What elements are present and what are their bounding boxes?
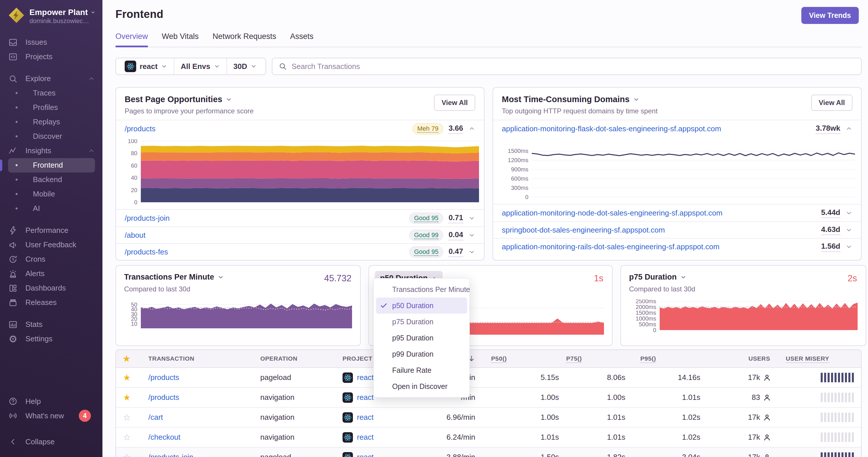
sidebar-item-help[interactable]: Help xyxy=(8,394,95,409)
search-input[interactable] xyxy=(291,62,855,71)
tab-overview[interactable]: Overview xyxy=(116,32,148,47)
sidebar-item-performance[interactable]: Performance xyxy=(8,223,95,238)
col-user-misery[interactable]: USER MISERY xyxy=(775,355,861,362)
dropdown-item-open-in-discover[interactable]: Open in Discover xyxy=(376,378,467,394)
sidebar-item-stats[interactable]: Stats xyxy=(8,317,95,332)
col-operation[interactable]: OPERATION xyxy=(260,355,335,362)
table-row[interactable]: ☆ /cart navigation react 6.96/min 1.00s … xyxy=(116,408,861,428)
favorite-star-outline-icon[interactable]: ☆ xyxy=(116,413,137,422)
sidebar-item-traces[interactable]: Traces xyxy=(8,86,95,100)
sidebar-item-ai[interactable]: AI xyxy=(8,201,95,216)
react-project-icon xyxy=(125,61,136,72)
sidebar-item-crons[interactable]: Crons xyxy=(8,252,95,267)
sidebar-item-frontend[interactable]: Frontend xyxy=(8,158,95,172)
favorite-star-filled-icon[interactable]: ★ xyxy=(116,373,137,382)
sidebar-item-profiles[interactable]: Profiles xyxy=(8,100,95,115)
sidebar-item-user-feedback[interactable]: User Feedback xyxy=(8,238,95,252)
sidebar-item-what-s-new[interactable]: What's new 4 xyxy=(8,409,95,423)
transaction-link[interactable]: /cart xyxy=(148,413,163,422)
dropdown-item-p50-duration[interactable]: p50 Duration xyxy=(376,297,467,314)
sidebar-item-collapse[interactable]: Collapse xyxy=(8,434,95,449)
project-link[interactable]: react xyxy=(357,413,374,422)
transaction-link[interactable]: /products xyxy=(148,393,179,402)
sidebar-item-replays[interactable]: Replays xyxy=(8,115,95,129)
table-row[interactable]: ★ /products pageload react /min 5.15s 8.… xyxy=(116,368,861,388)
metric-title[interactable]: Transactions Per Minute xyxy=(124,273,214,282)
chevron-up-icon[interactable] xyxy=(845,125,852,132)
sidebar-item-issues[interactable]: Issues xyxy=(8,35,95,50)
col-p75[interactable]: P75() xyxy=(563,355,630,362)
panel-list-row: /products Meh 79 3.66 xyxy=(116,120,484,137)
domain-link[interactable]: application-monitoring-rails-dot-sales-e… xyxy=(502,242,719,251)
col-p50[interactable]: P50() xyxy=(483,355,563,362)
sidebar-item-insights[interactable]: Insights xyxy=(8,144,95,158)
project-link[interactable]: react xyxy=(357,453,374,457)
tab-web-vitals[interactable]: Web Vitals xyxy=(162,32,199,47)
panel-title[interactable]: Best Page Opportunities xyxy=(125,95,222,104)
transaction-link[interactable]: /products xyxy=(148,373,179,382)
col-transaction[interactable]: TRANSACTION xyxy=(137,355,260,362)
dropdown-item-p95-duration[interactable]: p95 Duration xyxy=(376,330,467,346)
environment-selector[interactable]: All Envs xyxy=(174,58,226,74)
domain-link[interactable]: springboot-dot-sales-engineering-sf.apps… xyxy=(502,226,665,234)
view-all-button[interactable]: View All xyxy=(811,95,852,111)
transaction-link[interactable]: /checkout xyxy=(148,433,180,442)
transaction-link[interactable]: /products-join xyxy=(148,453,193,457)
sidebar-item-backend[interactable]: Backend xyxy=(8,172,95,187)
favorite-star-outline-icon[interactable]: ☆ xyxy=(116,433,137,442)
view-trends-button[interactable]: View Trends xyxy=(801,7,859,24)
chevron-down-icon[interactable] xyxy=(845,227,852,233)
date-range-selector[interactable]: 30D xyxy=(226,58,264,74)
project-link[interactable]: react xyxy=(357,393,374,402)
table-row[interactable]: ☆ /products-join pageload react 3.88/min… xyxy=(116,448,861,457)
domain-link[interactable]: application-monitoring-flask-dot-sales-e… xyxy=(502,124,721,133)
dropdown-item-p99-duration[interactable]: p99 Duration xyxy=(376,346,467,362)
chevron-down-icon[interactable] xyxy=(468,249,475,255)
panel-title[interactable]: Most Time-Consuming Domains xyxy=(502,95,630,104)
chevron-down-icon[interactable] xyxy=(845,209,852,217)
tab-assets[interactable]: Assets xyxy=(290,32,313,47)
row-value: 1.56d xyxy=(821,242,841,252)
p75-metric-card: p75 Duration 2s Compared to last 30d 250… xyxy=(620,265,866,346)
col-p95[interactable]: P95() xyxy=(630,355,705,362)
sidebar-item-explore[interactable]: Explore xyxy=(8,71,95,86)
chevron-down-icon[interactable] xyxy=(226,96,232,103)
sidebar-item-dashboards[interactable]: Dashboards xyxy=(8,281,95,295)
svg-text:2000ms: 2000ms xyxy=(636,304,656,310)
page-link[interactable]: /products xyxy=(125,124,156,133)
sidebar-item-alerts[interactable]: Alerts xyxy=(8,267,95,281)
dropdown-item-failure-rate[interactable]: Failure Rate xyxy=(376,362,467,378)
favorite-star-icon[interactable]: ★ xyxy=(116,354,137,363)
page-link[interactable]: /products-join xyxy=(125,214,170,223)
favorite-star-filled-icon[interactable]: ★ xyxy=(116,393,137,402)
chevron-down-icon[interactable] xyxy=(633,96,640,103)
project-link[interactable]: react xyxy=(357,433,374,442)
view-all-button[interactable]: View All xyxy=(434,95,475,111)
col-users[interactable]: USERS xyxy=(705,355,775,362)
chevron-down-icon[interactable] xyxy=(845,243,852,250)
table-row[interactable]: ☆ /checkout navigation react 6.24/min 1.… xyxy=(116,428,861,448)
org-switcher[interactable]: Empower Plant dominik.buszowiec… xyxy=(0,7,102,32)
chevron-down-icon[interactable] xyxy=(468,232,475,238)
chevron-down-icon[interactable] xyxy=(680,274,686,281)
project-link[interactable]: react xyxy=(357,373,374,382)
sidebar-item-settings[interactable]: ⚙ Settings xyxy=(8,332,95,346)
sidebar-item-discover[interactable]: Discover xyxy=(8,129,95,144)
sidebar-item-releases[interactable]: Releases xyxy=(8,295,95,310)
sidebar-item-mobile[interactable]: Mobile xyxy=(8,187,95,201)
table-row[interactable]: ★ /products navigation react /min 1.00s … xyxy=(116,388,861,408)
project-selector[interactable]: react xyxy=(118,58,174,74)
favorite-star-outline-icon[interactable]: ☆ xyxy=(116,453,137,457)
metric-title[interactable]: p75 Duration xyxy=(629,273,677,282)
page-link[interactable]: /products-fes xyxy=(125,248,168,257)
chevron-down-icon[interactable] xyxy=(218,274,224,281)
dropdown-item-p75-duration[interactable]: p75 Duration xyxy=(376,314,467,330)
domain-link[interactable]: application-monitoring-node-dot-sales-en… xyxy=(502,208,722,218)
dropdown-item-transactions-per-minute[interactable]: Transactions Per Minute xyxy=(376,281,467,297)
chevron-down-icon[interactable] xyxy=(468,215,475,222)
sidebar-item-projects[interactable]: Projects xyxy=(8,50,95,64)
search-bar xyxy=(272,58,862,75)
page-link[interactable]: /about xyxy=(125,231,146,240)
tab-network-requests[interactable]: Network Requests xyxy=(213,32,276,47)
chevron-up-icon[interactable] xyxy=(468,125,475,132)
